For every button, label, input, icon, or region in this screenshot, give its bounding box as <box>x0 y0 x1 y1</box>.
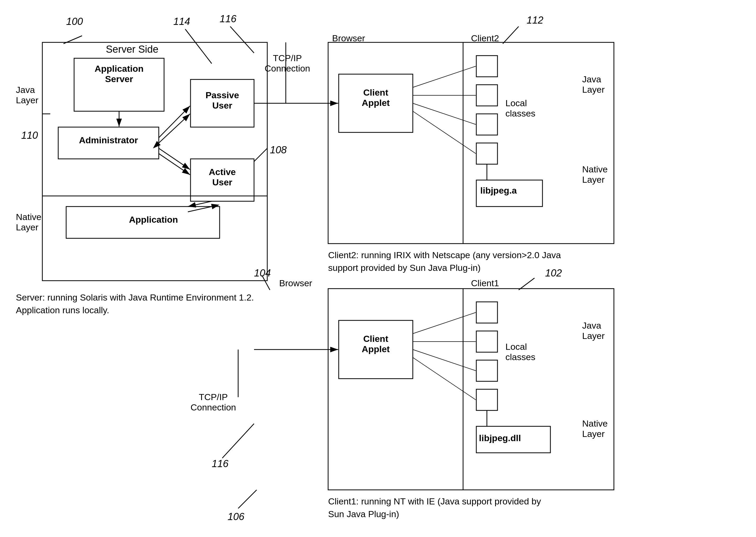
svg-line-30 <box>159 148 190 170</box>
client-applet-top-label: ClientApplet <box>341 87 410 108</box>
client1-label: Client1 <box>471 278 499 288</box>
svg-line-33 <box>188 207 212 212</box>
svg-line-47 <box>230 26 254 53</box>
callout-108: 108 <box>270 144 286 156</box>
administrator-label: Administrator <box>63 135 153 145</box>
svg-line-50 <box>519 278 535 290</box>
app-server-label: ApplicationServer <box>78 63 160 84</box>
svg-line-49 <box>503 26 519 44</box>
browser-top-label: Browser <box>332 33 365 43</box>
callout-104: 104 <box>254 268 271 279</box>
callout-116b: 116 <box>212 458 228 470</box>
callout-106: 106 <box>228 511 244 522</box>
svg-line-43 <box>413 357 476 400</box>
svg-line-29 <box>159 114 190 143</box>
libjpeg-a-label: libjpeg.a <box>480 186 517 196</box>
svg-rect-22 <box>476 331 498 352</box>
application-label: Application <box>90 215 217 225</box>
svg-line-46 <box>185 29 212 63</box>
native-layer-left: NativeLayer <box>16 212 41 232</box>
client2-label: Client2 <box>471 33 499 43</box>
active-user-label: ActiveUser <box>193 167 251 187</box>
svg-rect-21 <box>476 302 498 323</box>
client-applet-bottom-label: ClientApplet <box>341 334 410 354</box>
browser-bottom-label: Browser <box>279 278 312 288</box>
svg-line-52 <box>238 490 257 509</box>
svg-rect-15 <box>476 143 498 164</box>
svg-line-48 <box>254 148 267 161</box>
svg-line-42 <box>413 350 476 371</box>
tcpip-bottom-label: TCP/IPConnection <box>191 392 236 413</box>
callout-100: 100 <box>66 16 83 27</box>
svg-line-39 <box>413 111 476 153</box>
svg-line-44 <box>63 36 82 44</box>
svg-rect-13 <box>476 85 498 106</box>
native-layer-right-bottom: NativeLayer <box>582 418 608 439</box>
local-classes-bottom-label: Localclasses <box>506 342 535 362</box>
svg-line-53 <box>222 424 254 458</box>
svg-rect-9 <box>328 42 614 244</box>
svg-line-28 <box>159 106 190 138</box>
svg-rect-23 <box>476 360 498 381</box>
svg-rect-24 <box>476 389 498 410</box>
svg-rect-12 <box>476 56 498 77</box>
svg-rect-18 <box>328 289 614 490</box>
callout-114: 114 <box>173 16 190 27</box>
client2-description: Client2: running IRIX with Netscape (any… <box>328 249 561 274</box>
client1-description: Client1: running NT with IE (Java suppor… <box>328 495 545 520</box>
java-layer-right-bottom: JavaLayer <box>582 320 605 341</box>
svg-rect-14 <box>476 114 498 135</box>
server-description: Server: running Solaris with Java Runtim… <box>16 291 254 316</box>
native-layer-right-top: NativeLayer <box>582 164 608 185</box>
java-layer-right-top: JavaLayer <box>582 74 605 95</box>
callout-110: 110 <box>21 130 38 141</box>
svg-line-31 <box>159 153 190 175</box>
java-layer-left: JavaLayer <box>16 85 38 105</box>
svg-line-40 <box>413 312 476 334</box>
callout-116a: 116 <box>220 13 236 24</box>
callout-112: 112 <box>527 15 543 26</box>
callout-102: 102 <box>545 268 562 279</box>
server-side-label: Server Side <box>106 44 159 55</box>
tcpip-top-label: TCP/IPConnection <box>265 53 310 74</box>
svg-line-38 <box>413 103 476 124</box>
svg-line-36 <box>413 66 476 87</box>
libjpeg-dll-label: libjpeg.dll <box>479 433 521 443</box>
local-classes-top-label: Localclasses <box>506 98 535 119</box>
passive-user-label: PassiveUser <box>193 90 251 111</box>
svg-line-32 <box>188 201 212 207</box>
